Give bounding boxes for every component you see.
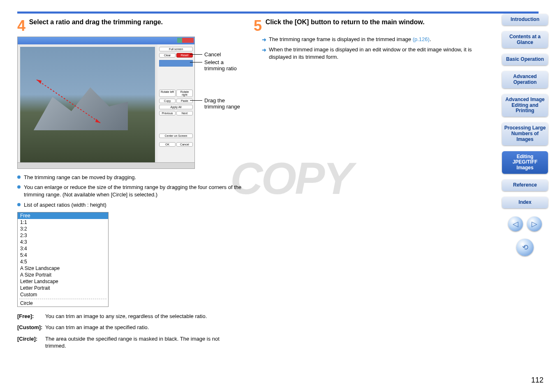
bullet-icon — [17, 203, 21, 206]
ratio-option[interactable]: Letter Portrait — [18, 285, 108, 291]
ok-button[interactable]: OK — [159, 142, 176, 147]
left-column: 4 Select a ratio and drag the trimming r… — [17, 18, 245, 354]
nav-advanced-editing[interactable]: Advanced Image Editing and Printing — [502, 94, 548, 117]
step4-number: 4 — [17, 18, 25, 33]
arrow-icon: ➜ — [262, 46, 266, 61]
nav-introduction[interactable]: Introduction — [502, 14, 548, 25]
ratio-option[interactable]: Free — [18, 212, 108, 219]
ratio-select[interactable] — [159, 60, 193, 67]
nav-basic-operation[interactable]: Basic Operation — [502, 54, 548, 65]
nav-sidebar: Introduction Contents at a Glance Basic … — [502, 14, 548, 256]
callout-drag-range: Drag the trimming range — [204, 97, 245, 110]
def-free-body: You can trim an image to any size, regar… — [45, 313, 238, 320]
bullet-icon — [17, 175, 21, 179]
step5-title: Click the [OK] button to return to the m… — [266, 18, 425, 25]
step5-number: 5 — [254, 18, 262, 33]
nav-reference[interactable]: Reference — [502, 180, 548, 191]
step4-title: Select a ratio and drag the trimming ran… — [29, 18, 163, 25]
clear-button[interactable]: Clear — [159, 53, 176, 58]
ratio-option[interactable]: A Size Landscape — [18, 265, 108, 272]
next-button[interactable]: Next — [176, 111, 193, 115]
center-button[interactable]: Center on Screen — [159, 134, 193, 138]
ratio-option[interactable]: 3:4 — [18, 245, 108, 252]
copy-button[interactable]: Copy — [159, 99, 176, 103]
ratio-option[interactable]: A Size Portrait — [18, 272, 108, 278]
def-circle-label: [Circle]: — [17, 335, 45, 343]
nav-contents[interactable]: Contents at a Glance — [502, 31, 548, 48]
bullet-text: You can enlarge or reduce the size of th… — [24, 184, 245, 198]
rotate-right-button[interactable]: Rotate right — [176, 90, 193, 97]
paste-button[interactable]: Paste — [176, 99, 193, 103]
nav-advanced-operation[interactable]: Advanced Operation — [502, 71, 548, 88]
dialog-titlebar — [18, 37, 194, 44]
ratio-option[interactable]: Letter Landscape — [18, 278, 108, 285]
previous-button[interactable]: Previous — [159, 111, 176, 115]
ratio-option[interactable]: 2:3 — [18, 232, 108, 239]
top-accent-bar — [17, 12, 539, 14]
reset-button[interactable]: Reset — [176, 53, 193, 58]
page-number: 112 — [531, 376, 543, 385]
callout-cancel: Cancel — [204, 51, 221, 58]
ratio-option[interactable]: 5:4 — [18, 252, 108, 258]
aspect-ratio-list: Free 1:1 3:2 2:3 4:3 3:4 5:4 4:5 A Size … — [17, 212, 109, 307]
def-custom-body: You can trim an image at the specified r… — [45, 324, 238, 331]
next-page-button[interactable]: ▷ — [527, 217, 542, 231]
dialog-side-panel: Full screen ClearReset Rotate leftRotate… — [157, 44, 194, 168]
bullet-text: List of aspect ratios (width : height) — [24, 201, 106, 209]
ratio-option[interactable]: Custom — [18, 291, 108, 298]
ratio-option[interactable]: 3:2 — [18, 226, 108, 232]
return-button[interactable]: ⟲ — [516, 239, 534, 256]
dialog-image-preview — [20, 47, 155, 166]
bullet-text: When the trimmed image is displayed in a… — [269, 46, 482, 61]
ratio-option[interactable]: 1:1 — [18, 219, 108, 226]
ratio-option[interactable]: 4:3 — [18, 239, 108, 245]
ratio-option[interactable]: 4:5 — [18, 258, 108, 265]
nav-processing[interactable]: Processing Large Numbers of Images — [502, 122, 548, 145]
bullet-text: The trimming range frame is displayed in… — [269, 36, 431, 44]
arrow-icon: ➜ — [262, 36, 266, 44]
nav-editing-jpeg-tiff[interactable]: Editing JPEG/TIFF Images — [502, 151, 548, 174]
callout-select-ratio: Select a trimming ratio — [204, 59, 245, 71]
nav-index[interactable]: Index — [502, 197, 548, 208]
bullet-text: The trimming range can be moved by dragg… — [24, 174, 136, 181]
prev-page-button[interactable]: ◁ — [508, 217, 523, 231]
trimming-dialog-screenshot: Full screen ClearReset Rotate leftRotate… — [17, 37, 195, 169]
main-content: 4 Select a ratio and drag the trimming r… — [17, 18, 482, 354]
right-column: 5 Click the [OK] button to return to the… — [254, 18, 482, 354]
dialog-status-bar — [18, 162, 194, 168]
apply-all-button[interactable]: Apply All — [159, 105, 193, 109]
full-screen-button[interactable]: Full screen — [159, 47, 193, 51]
def-free-label: [Free]: — [17, 313, 45, 320]
bullet-icon — [17, 185, 21, 189]
def-circle-body: The area outside the specified range is … — [45, 335, 238, 350]
page-link[interactable]: (p.126) — [413, 36, 430, 42]
def-custom-label: [Custom]: — [17, 324, 45, 331]
cancel-button[interactable]: Cancel — [176, 142, 193, 147]
rotate-left-button[interactable]: Rotate left — [159, 90, 176, 97]
ratio-option[interactable]: Circle — [18, 300, 108, 307]
